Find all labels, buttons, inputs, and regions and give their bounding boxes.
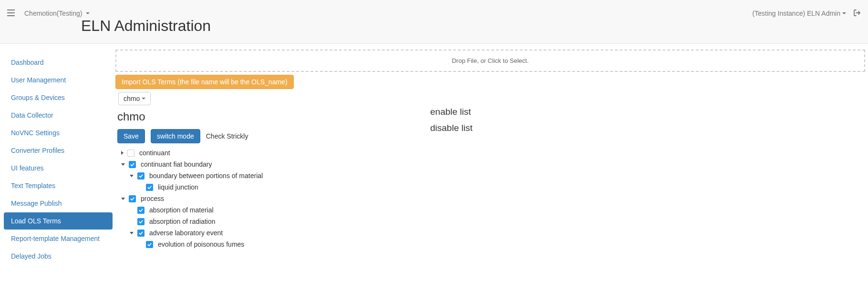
tree-toggle-placeholder bbox=[138, 185, 142, 189]
tree-checkbox[interactable] bbox=[129, 195, 136, 202]
save-button[interactable]: Save bbox=[117, 129, 145, 143]
tree-checkbox[interactable] bbox=[146, 241, 153, 248]
tree-label: process bbox=[141, 195, 164, 202]
sidebar-item-message-publish[interactable]: Message Publish bbox=[4, 195, 113, 212]
sidebar-item-data-collector[interactable]: Data Collector bbox=[4, 107, 113, 124]
tree-node: continuant fiat boundary bbox=[115, 159, 430, 170]
tree-toggle-expanded-icon[interactable] bbox=[121, 163, 125, 166]
sidebar-item-user-management[interactable]: User Management bbox=[4, 71, 113, 89]
sidebar-item-dashboard[interactable]: Dashboard bbox=[4, 54, 113, 71]
page-title: ELN Administration bbox=[81, 17, 868, 35]
tree-label: liquid junction bbox=[158, 183, 198, 191]
ontology-tree: continuantcontinuant fiat boundarybounda… bbox=[115, 147, 430, 250]
tree-toggle-collapsed-icon[interactable] bbox=[121, 151, 124, 155]
ontology-selector-dropdown[interactable]: chmo bbox=[118, 92, 151, 105]
tree-node: continuant bbox=[115, 147, 430, 159]
tree-label: continuant fiat boundary bbox=[141, 160, 212, 168]
tree-node: evolution of poisonous fumes bbox=[115, 239, 430, 250]
brand-dropdown[interactable]: Chemotion(Testing) bbox=[24, 10, 90, 17]
tree-checkbox[interactable] bbox=[127, 150, 134, 157]
tree-node: absorption of material bbox=[115, 204, 430, 216]
caret-down-icon bbox=[142, 98, 145, 100]
tree-label: boundary between portions of material bbox=[149, 172, 263, 180]
tree-checkbox[interactable] bbox=[137, 230, 145, 237]
sidebar-item-text-templates[interactable]: Text Templates bbox=[4, 177, 113, 194]
tree-label: absorption of material bbox=[149, 206, 214, 214]
main-content: Drop File, or Click to Select. Import OL… bbox=[113, 44, 868, 275]
tree-checkbox[interactable] bbox=[146, 184, 153, 191]
sidebar-item-report-template-management[interactable]: Report-template Management bbox=[4, 230, 113, 247]
tree-checkbox[interactable] bbox=[137, 218, 145, 225]
sidebar-item-delayed-jobs[interactable]: Delayed Jobs bbox=[4, 248, 113, 265]
tree-toggle-expanded-icon[interactable] bbox=[130, 232, 134, 234]
file-dropzone[interactable]: Drop File, or Click to Select. bbox=[115, 50, 865, 72]
tree-checkbox[interactable] bbox=[137, 207, 145, 214]
dropzone-text: Drop File, or Click to Select. bbox=[452, 57, 528, 64]
tree-toggle-placeholder bbox=[130, 220, 134, 223]
sidebar-item-groups-devices[interactable]: Groups & Devices bbox=[4, 89, 113, 106]
user-label: (Testing Instance) ELN Admin bbox=[753, 10, 840, 17]
ontology-heading: chmo bbox=[117, 110, 430, 123]
caret-down-icon bbox=[842, 12, 846, 14]
caret-down-icon bbox=[86, 12, 90, 14]
sidebar-item-ui-features[interactable]: UI features bbox=[4, 160, 113, 177]
tree-checkbox[interactable] bbox=[129, 161, 136, 168]
tree-label: absorption of radiation bbox=[149, 218, 216, 225]
tree-node: absorption of radiation bbox=[115, 216, 430, 227]
tree-toggle-expanded-icon[interactable] bbox=[130, 175, 134, 177]
enable-list-title: enable list bbox=[430, 107, 473, 117]
brand-label: Chemotion(Testing) bbox=[24, 10, 82, 17]
user-dropdown[interactable]: (Testing Instance) ELN Admin bbox=[753, 10, 846, 17]
tree-node: liquid junction bbox=[115, 181, 430, 193]
sidebar: DashboardUser ManagementGroups & Devices… bbox=[0, 44, 113, 275]
hamburger-icon[interactable] bbox=[7, 10, 15, 18]
tree-toggle-placeholder bbox=[138, 242, 142, 246]
sidebar-item-novnc-settings[interactable]: NoVNC Settings bbox=[4, 124, 113, 141]
tree-label: evolution of poisonous fumes bbox=[158, 240, 244, 248]
logout-icon[interactable] bbox=[853, 9, 861, 18]
tree-node: boundary between portions of material bbox=[115, 170, 430, 181]
import-ols-button[interactable]: Import OLS Terms (the file name will be … bbox=[115, 75, 294, 89]
tree-node: process bbox=[115, 193, 430, 204]
ontology-selector-label: chmo bbox=[124, 95, 140, 102]
disable-list-title: disable list bbox=[430, 123, 473, 133]
switch-mode-button[interactable]: switch mode bbox=[151, 129, 200, 143]
sidebar-item-converter-profiles[interactable]: Converter Profiles bbox=[4, 142, 113, 159]
tree-label: adverse laboratory event bbox=[149, 229, 223, 237]
check-strictly-label: Check Strickly bbox=[206, 132, 248, 140]
tree-node: adverse laboratory event bbox=[115, 227, 430, 239]
tree-checkbox[interactable] bbox=[137, 172, 145, 180]
sidebar-item-load-ols-terms[interactable]: Load OLS Terms bbox=[4, 212, 113, 230]
tree-toggle-expanded-icon[interactable] bbox=[121, 198, 125, 200]
tree-toggle-placeholder bbox=[130, 208, 134, 212]
tree-label: continuant bbox=[139, 149, 170, 157]
